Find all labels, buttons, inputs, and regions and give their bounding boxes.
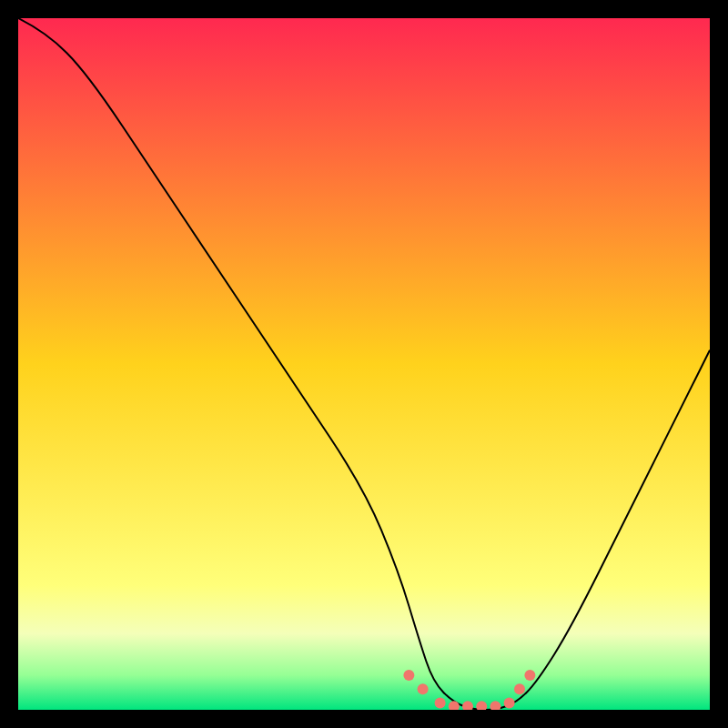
gradient-bg <box>18 18 710 710</box>
marker-dot <box>504 697 515 708</box>
marker-dot <box>418 683 429 694</box>
chart-svg <box>18 18 710 710</box>
chart-frame: TheBottleneck.com <box>18 18 710 710</box>
marker-dot <box>524 670 535 681</box>
marker-dot <box>403 670 414 681</box>
marker-dot <box>435 697 446 708</box>
marker-dot <box>514 683 525 694</box>
